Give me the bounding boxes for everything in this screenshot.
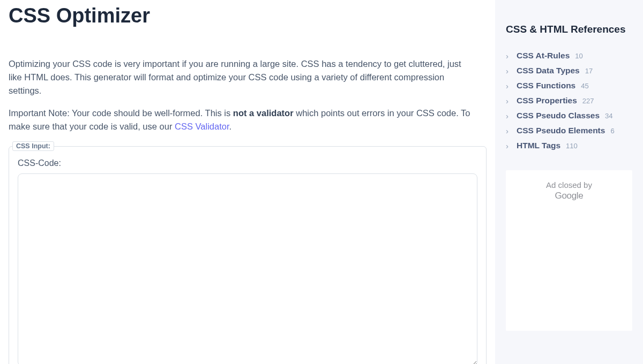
ref-label: CSS Data Types bbox=[517, 66, 580, 75]
ref-label: CSS Functions bbox=[517, 81, 575, 90]
sidebar-item-css-pseudo-classes[interactable]: › CSS Pseudo Classes 34 bbox=[506, 108, 632, 123]
intro-paragraph-2: Important Note: Your code should be well… bbox=[9, 107, 475, 133]
ref-count: 45 bbox=[581, 82, 588, 90]
note-suffix: . bbox=[229, 122, 232, 131]
sidebar-title: CSS & HTML References bbox=[506, 24, 632, 35]
chevron-right-icon: › bbox=[506, 142, 511, 150]
reference-list: › CSS At-Rules 10 › CSS Data Types 17 › … bbox=[506, 48, 632, 153]
chevron-right-icon: › bbox=[506, 52, 511, 60]
main-content: CSS Optimizer Optimizing your CSS code i… bbox=[0, 0, 495, 364]
ref-label: CSS At-Rules bbox=[517, 51, 570, 60]
chevron-right-icon: › bbox=[506, 82, 511, 90]
sidebar-item-css-at-rules[interactable]: › CSS At-Rules 10 bbox=[506, 48, 632, 63]
sidebar-item-css-properties[interactable]: › CSS Properties 227 bbox=[506, 93, 632, 108]
ref-count: 227 bbox=[582, 97, 594, 105]
ref-label: CSS Properties bbox=[517, 96, 577, 105]
ref-count: 6 bbox=[610, 127, 614, 135]
sidebar-item-css-pseudo-elements[interactable]: › CSS Pseudo Elements 6 bbox=[506, 123, 632, 138]
note-prefix: Important Note: Your code should be well… bbox=[9, 108, 233, 118]
ref-count: 110 bbox=[566, 142, 578, 150]
page-title: CSS Optimizer bbox=[9, 4, 487, 27]
sidebar-item-css-data-types[interactable]: › CSS Data Types 17 bbox=[506, 63, 632, 78]
ref-label: CSS Pseudo Classes bbox=[517, 111, 600, 120]
ad-slot: Ad closed by Google bbox=[506, 170, 632, 331]
sidebar-item-html-tags[interactable]: › HTML Tags 110 bbox=[506, 138, 632, 153]
sidebar-item-css-functions[interactable]: › CSS Functions 45 bbox=[506, 78, 632, 93]
ad-google-text: Google bbox=[555, 191, 583, 201]
ref-count: 17 bbox=[585, 67, 593, 75]
chevron-right-icon: › bbox=[506, 127, 511, 135]
ref-label: HTML Tags bbox=[517, 141, 560, 150]
ad-closed-text: Ad closed by bbox=[546, 180, 592, 191]
css-input-fieldset: CSS Input: CSS-Code: bbox=[9, 146, 487, 364]
ref-label: CSS Pseudo Elements bbox=[517, 126, 605, 135]
chevron-right-icon: › bbox=[506, 112, 511, 120]
ref-count: 10 bbox=[575, 52, 582, 60]
css-code-textarea[interactable] bbox=[18, 173, 477, 364]
sidebar: CSS & HTML References › CSS At-Rules 10 … bbox=[495, 0, 643, 364]
ref-count: 34 bbox=[605, 112, 612, 120]
chevron-right-icon: › bbox=[506, 67, 511, 75]
css-code-label: CSS-Code: bbox=[18, 158, 477, 168]
intro-paragraph-1: Optimizing your CSS code is very importa… bbox=[9, 57, 475, 97]
chevron-right-icon: › bbox=[506, 97, 511, 105]
note-bold: not a validator bbox=[233, 108, 294, 118]
fieldset-legend: CSS Input: bbox=[12, 141, 54, 151]
css-validator-link[interactable]: CSS Validator bbox=[175, 122, 229, 131]
